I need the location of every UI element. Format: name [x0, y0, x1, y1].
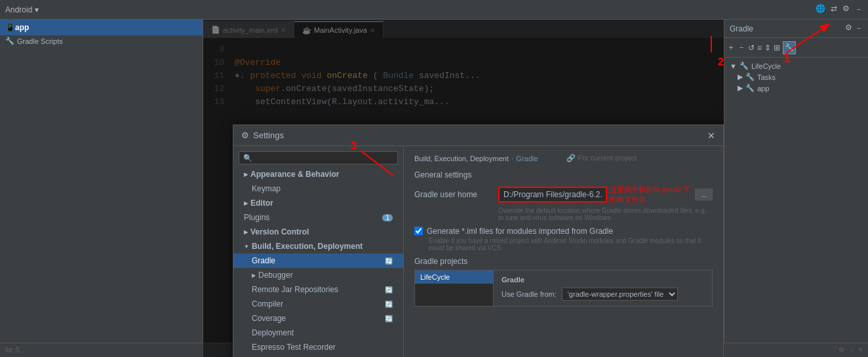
expand-icon-editor: ▶ — [244, 200, 248, 206]
lifecycle-icon: 🔧 — [740, 62, 749, 70]
build-status: ild: S... — [5, 347, 26, 354]
gradle-sidebar-label: Gradle — [252, 256, 275, 265]
bottom-minimize-icon[interactable]: － — [848, 346, 855, 355]
sidebar-item-keymap[interactable]: Keymap — [233, 181, 403, 196]
gradle-tree-tasks[interactable]: ▶ 🔧 Tasks — [727, 71, 865, 83]
gradle-tb-remove[interactable]: － — [738, 42, 745, 53]
gradle-settings-icon[interactable]: ⚙ — [845, 23, 852, 34]
gradle-minimize-icon[interactable]: － — [855, 23, 863, 34]
tasks-label: Tasks — [757, 73, 776, 81]
gradle-annotation-text: 这里填中解析lib gradle下的lib文件夹 — [610, 185, 692, 204]
breadcrumb-sep: › — [511, 155, 514, 162]
gradle-user-home-input[interactable] — [498, 187, 607, 202]
editor-label: Editor — [250, 198, 273, 208]
settings-icon[interactable]: ⚙ — [842, 4, 850, 15]
sidebar-item-debugger[interactable]: ▶ Debugger — [233, 268, 403, 282]
sidebar-item-compiler[interactable]: Compiler 🔄 — [233, 297, 403, 311]
dialog-close-button[interactable]: ✕ — [707, 130, 715, 141]
settings-dialog: ⚙ Settings ✕ ▶ Appea — [233, 124, 724, 357]
generate-iml-checkbox[interactable] — [414, 227, 423, 235]
app-tree-label: app — [757, 85, 769, 92]
sidebar-item-editor[interactable]: ▶ Editor — [233, 196, 403, 210]
compiler-icon: 🔄 — [385, 301, 393, 308]
version-control-label: Version Control — [250, 227, 309, 236]
keymap-label: Keymap — [252, 184, 281, 193]
lifecycle-label: LifeCycle — [420, 273, 450, 281]
gradle-tb-expand[interactable]: ⇕ — [764, 43, 771, 52]
expand-icon: ▶ — [244, 172, 248, 178]
gradle-header-icons: ⚙ － — [845, 23, 863, 34]
app-tree-icon: 🔧 — [745, 84, 755, 92]
remote-jar-label: Remote Jar Repositories — [252, 285, 338, 294]
tasks-expand: ▶ — [738, 73, 743, 81]
sidebar-item-build[interactable]: ▼ Build, Execution, Deployment — [233, 239, 403, 254]
gradle-tb-list[interactable]: ≡ — [757, 43, 762, 52]
minimize-icon[interactable]: － — [855, 4, 863, 15]
gradle-panel-title: Gradle — [730, 24, 753, 33]
gradle-user-home-input-wrap: 这里填中解析lib gradle下的lib文件夹 ... — [498, 185, 713, 204]
gradle-tree: ▼ 🔧 LifeCycle ▶ 🔧 Tasks ▶ 🔧 app — [724, 58, 868, 96]
sidebar-item-version-control[interactable]: ▶ Version Control — [233, 225, 403, 239]
gradle-user-home-row: Gradle user home 这里填中解析lib gradle下的lib文件… — [414, 185, 713, 204]
lifecycle-expand: ▼ — [730, 62, 737, 70]
sidebar-item-remote-jar[interactable]: Remote Jar Repositories 🔄 — [233, 282, 403, 297]
gradle-tb-add[interactable]: ＋ — [727, 42, 735, 53]
use-gradle-select[interactable]: 'gradle-wrapper.properties' file Specifi… — [562, 288, 678, 301]
gradle-help-text: Override the default location where Grad… — [498, 207, 713, 221]
bottom-settings-icon[interactable]: ⚙ — [838, 346, 844, 355]
gradle-tree-lifecycle[interactable]: ▼ 🔧 LifeCycle — [727, 60, 865, 71]
breadcrumb-current: Gradle — [516, 155, 538, 162]
gradle-detail-title: Gradle — [502, 276, 704, 284]
coverage-label: Coverage — [252, 314, 286, 323]
dialog-search[interactable] — [233, 149, 403, 167]
gradle-tb-wrench[interactable]: 🔧 — [783, 41, 796, 54]
gradle-toolbar: ＋ － ↺ ≡ ⇕ ⊞ 🔧 — [724, 38, 868, 58]
sidebar-item-coverage[interactable]: Coverage 🔄 — [233, 311, 403, 326]
settings-icon-dlg: ⚙ — [241, 130, 249, 140]
gradle-projects-list: LifeCycle — [415, 271, 494, 306]
settings-title-label: Settings — [253, 130, 284, 140]
breadcrumb-project-link[interactable]: 🔗 For current project — [566, 154, 637, 162]
tasks-icon: 🔧 — [745, 73, 755, 81]
lifecycle-tree-label: LifeCycle — [751, 62, 781, 70]
gradle-user-home-label: Gradle user home — [414, 190, 493, 199]
debugger-label: Debugger — [258, 271, 293, 280]
gradle-projects-title: Gradle projects — [414, 257, 713, 266]
generate-iml-label: Generate *.iml files for modules importe… — [427, 227, 613, 236]
gradle-projects-layout: LifeCycle Gradle Use Gradle from: — [414, 270, 713, 307]
breadcrumb-path: Build, Execution, Deployment — [414, 155, 509, 162]
general-settings-title: General settings — [414, 170, 713, 179]
main-layout: 📱 app 🔧 Gradle Scripts 📄 activity_main.x… — [0, 20, 868, 357]
gradle-tb-grid[interactable]: ⊞ — [774, 43, 780, 52]
gradle-scripts-icon: 🔧 — [5, 37, 14, 45]
gradle-tb-refresh[interactable]: ↺ — [748, 43, 755, 52]
sidebar-item-gradle[interactable]: Gradle 🔄 — [233, 254, 403, 268]
settings-search-input[interactable] — [239, 151, 398, 164]
sidebar-item-plugins[interactable]: Plugins 1 — [233, 210, 403, 225]
gradle-panel: Gradle ⚙ － ＋ － ↺ ≡ ⇕ ⊞ 🔧 ▼ 🔧 LifeCycle — [724, 20, 868, 357]
build-label: Build, Execution, Deployment — [252, 242, 363, 251]
sidebar-item-appearance[interactable]: ▶ Appearance & Behavior — [233, 167, 403, 181]
editor-area: 📄 activity_main.xml ✕ ☕ MainActivity.jav… — [203, 20, 724, 357]
sidebar-item-espresso[interactable]: Espresso Test Recorder — [233, 340, 403, 354]
sidebar-item-deployment[interactable]: Deployment — [233, 326, 403, 340]
globe-icon[interactable]: 🌐 — [816, 4, 825, 15]
app-label: app — [15, 23, 29, 32]
gradle-scripts-item[interactable]: 🔧 Gradle Scripts — [0, 35, 203, 47]
gradle-sync-icon: 🔄 — [385, 257, 393, 265]
coverage-icon: 🔄 — [385, 315, 393, 322]
top-bar: Android ▾ 🌐 ⇄ ⚙ － — [0, 0, 868, 20]
plugins-badge: 1 — [382, 214, 393, 221]
bottom-icons: ⚙ － ≡ — [838, 346, 863, 355]
bottom-list-icon[interactable]: ≡ — [859, 346, 863, 355]
android-dropdown[interactable]: Android ▾ — [5, 5, 39, 14]
gradle-browse-button[interactable]: ... — [695, 189, 713, 200]
dialog-overlay: ⚙ Settings ✕ ▶ Appea — [203, 20, 724, 357]
gradle-project-lifecycle[interactable]: LifeCycle — [415, 271, 493, 284]
compiler-label: Compiler — [252, 299, 283, 309]
gradle-tree-app[interactable]: ▶ 🔧 app — [727, 83, 865, 94]
app-header: 📱 app — [0, 20, 203, 35]
left-sidebar: 📱 app 🔧 Gradle Scripts — [0, 20, 203, 357]
app-icon: 📱 — [5, 23, 15, 32]
transfer-icon[interactable]: ⇄ — [831, 4, 837, 15]
